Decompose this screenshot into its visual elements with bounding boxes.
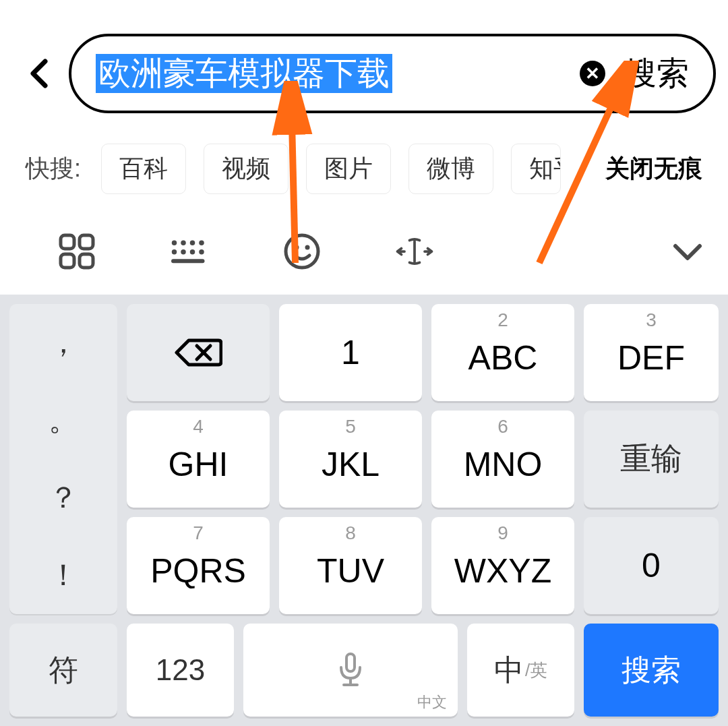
toolbar-apps-button[interactable] [20,231,133,272]
svg-point-4 [172,241,177,246]
key-9-wxyz[interactable]: 9 WXYZ [431,517,574,614]
svg-rect-2 [61,254,74,268]
key-language[interactable]: 中/英 [467,624,574,717]
key-3-def[interactable]: 3 DEF [584,304,719,401]
quick-chip-video[interactable]: 视频 [204,144,289,194]
key-6-mno[interactable]: 6 MNO [431,411,574,508]
svg-point-14 [295,245,299,250]
key-comma[interactable]: ， [9,304,117,382]
toolbar-emoji-button[interactable] [245,231,358,272]
chevron-down-icon [667,231,708,272]
svg-point-9 [181,249,186,255]
svg-point-6 [190,241,195,246]
svg-rect-18 [346,654,355,671]
key-5-jkl[interactable]: 5 JKL [279,411,422,508]
key-backspace[interactable] [127,304,270,401]
quick-chip-image[interactable]: 图片 [306,144,391,194]
quick-label: 快搜: [26,152,81,185]
search-query-text: 欧洲豪车模拟器下载 [96,54,392,93]
clear-input-button[interactable]: ✕ [580,61,605,86]
punctuation-column: ， 。 ？ ！ [9,304,117,614]
svg-rect-0 [61,235,74,249]
back-button[interactable] [12,47,66,100]
key-2-abc[interactable]: 2 ABC [431,304,574,401]
grid-icon [57,231,97,272]
close-icon: ✕ [585,63,600,84]
toolbar-collapse-button[interactable] [640,231,708,272]
svg-point-15 [305,245,310,250]
key-7-pqrs[interactable]: 7 PQRS [127,517,270,614]
svg-rect-3 [80,254,93,268]
key-search[interactable]: 搜索 [584,624,719,717]
search-input[interactable]: 欧洲豪车模拟器下载 [96,54,568,93]
keyboard-toolbar [0,208,728,295]
quick-chip-zhihu[interactable]: 知乎 [511,144,561,194]
key-4-ghi[interactable]: 4 GHI [127,411,270,508]
search-box: 欧洲豪车模拟器下载 ✕ 搜索 [69,34,716,113]
svg-point-7 [199,241,204,246]
key-question[interactable]: ？ [9,459,117,537]
key-reinput[interactable]: 重输 [584,411,719,508]
key-period[interactable]: 。 [9,382,117,459]
svg-point-10 [190,249,195,255]
text-cursor-icon [394,231,435,272]
svg-point-11 [199,249,204,255]
key-1[interactable]: 1 [279,304,422,401]
key-space[interactable]: 中文 [243,624,458,717]
microphone-icon [337,651,364,689]
svg-rect-1 [80,235,93,249]
key-symbols[interactable]: 符 [9,624,117,717]
chevron-left-icon [29,59,49,88]
key-numpad[interactable]: 123 [127,624,234,717]
key-zero[interactable]: 0 [584,517,719,614]
svg-point-13 [286,235,318,268]
space-sub-label: 中文 [417,692,447,713]
svg-point-5 [181,241,186,246]
ime-keyboard: ， 。 ？ ！ 1 2 ABC 3 DEF 4 GHI 5 JKL 6 [0,208,728,726]
key-exclaim[interactable]: ！ [9,537,117,614]
search-button[interactable]: 搜索 [624,52,689,95]
keyboard-icon [169,231,210,272]
toolbar-cursor-button[interactable] [359,231,471,272]
smile-icon [282,231,322,272]
toolbar-keyboard-button[interactable] [133,231,245,272]
top-bar: 欧洲豪车模拟器下载 ✕ 搜索 [0,0,728,128]
quick-search-row: 快搜: 百科 视频 图片 微博 知乎 关闭无痕 [0,128,728,209]
quick-chip-weibo[interactable]: 微博 [408,144,493,194]
svg-rect-12 [171,259,205,263]
backspace-icon [174,336,222,369]
close-incognito[interactable]: 关闭无痕 [605,152,702,185]
key-8-tuv[interactable]: 8 TUV [279,517,422,614]
svg-point-8 [172,249,177,255]
quick-chip-baike[interactable]: 百科 [101,144,186,194]
